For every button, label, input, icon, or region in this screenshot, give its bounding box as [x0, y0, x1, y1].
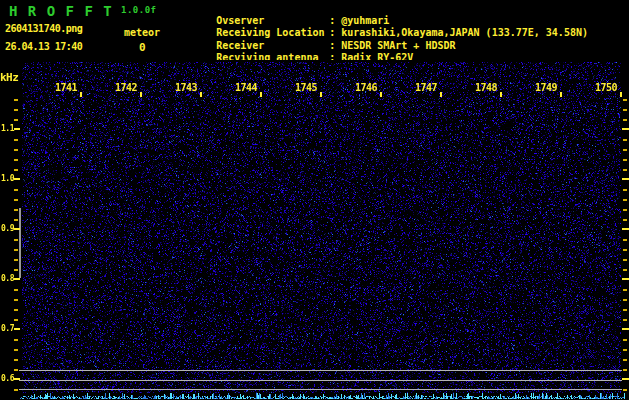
- freq-minor-tick-left: [14, 339, 18, 341]
- freq-minor-tick-left: [14, 289, 18, 291]
- info-label: Receiving Location: [216, 27, 329, 40]
- info-label: Receiver: [216, 40, 329, 53]
- freq-minor-tick-right: [623, 319, 627, 321]
- freq-major-tick-left: [14, 378, 20, 380]
- time-tick: [320, 92, 322, 97]
- spectrogram-canvas: [0, 60, 629, 400]
- freq-minor-tick-left: [14, 219, 18, 221]
- freq-minor-tick-left: [14, 119, 18, 121]
- freq-minor-tick-right: [623, 249, 627, 251]
- freq-minor-tick-left: [14, 249, 18, 251]
- freq-minor-tick-left: [14, 389, 18, 391]
- info-separator: :: [329, 27, 341, 40]
- freq-tick-label: 0.8: [0, 274, 14, 284]
- freq-minor-tick-left: [14, 369, 18, 371]
- time-tick: [260, 92, 262, 97]
- freq-minor-tick-right: [623, 99, 627, 101]
- freq-minor-tick-left: [14, 319, 18, 321]
- meteor-count-value: 0: [139, 41, 146, 54]
- freq-tick-label: 1.1: [0, 124, 14, 134]
- app-version: 1.0.0f: [121, 5, 157, 15]
- freq-minor-tick-left: [14, 359, 18, 361]
- time-tick-label: 1741: [55, 82, 77, 94]
- time-tick-label: 1743: [175, 82, 197, 94]
- freq-minor-tick-right: [623, 159, 627, 161]
- time-tick-label: 1745: [295, 82, 317, 94]
- freq-minor-tick-right: [623, 309, 627, 311]
- time-tick: [380, 92, 382, 97]
- freq-major-tick-left: [14, 128, 20, 130]
- freq-minor-tick-right: [623, 139, 627, 141]
- freq-major-tick-left: [14, 178, 20, 180]
- freq-minor-tick-left: [14, 139, 18, 141]
- freq-tick-label: 0.7: [0, 324, 14, 334]
- info-row-observer: Ovserver:@yuhmari: [180, 2, 588, 15]
- freq-minor-tick-left: [14, 109, 18, 111]
- time-tick-label: 1744: [235, 82, 257, 94]
- time-tick: [140, 92, 142, 97]
- freq-minor-tick-right: [623, 349, 627, 351]
- freq-tick-label: 0.6: [0, 374, 14, 384]
- app-title: H R O F F T: [9, 3, 113, 19]
- freq-minor-tick-right: [623, 339, 627, 341]
- freq-minor-tick-right: [623, 259, 627, 261]
- freq-minor-tick-left: [14, 349, 18, 351]
- time-tick: [500, 92, 502, 97]
- info-value: NESDR SMArt + HDSDR: [341, 40, 455, 51]
- time-tick-label: 1746: [355, 82, 377, 94]
- freq-major-tick-left: [14, 328, 20, 330]
- output-filename: 2604131740.png: [5, 23, 82, 34]
- freq-minor-tick-left: [14, 159, 18, 161]
- freq-minor-tick-right: [623, 149, 627, 151]
- freq-minor-tick-left: [14, 299, 18, 301]
- info-value: kurashiki,Okayama,JAPAN (133.77E, 34.58N…: [341, 27, 588, 38]
- observer-info-block: Ovserver:@yuhmari Receiving Location:kur…: [180, 2, 588, 52]
- freq-minor-tick-right: [623, 389, 627, 391]
- freq-minor-tick-left: [14, 209, 18, 211]
- info-label: Ovserver: [216, 15, 329, 28]
- freq-minor-tick-left: [14, 199, 18, 201]
- info-separator: :: [329, 40, 341, 53]
- time-tick: [200, 92, 202, 97]
- time-tick: [80, 92, 82, 97]
- observation-datetime: 26.04.13 17:40: [5, 41, 82, 52]
- freq-minor-tick-right: [623, 109, 627, 111]
- freq-minor-tick-right: [623, 219, 627, 221]
- freq-minor-tick-right: [623, 119, 627, 121]
- freq-axis-unit-label: kHz: [0, 71, 18, 84]
- freq-major-tick-left: [14, 278, 20, 280]
- time-tick: [560, 92, 562, 97]
- freq-minor-tick-right: [623, 169, 627, 171]
- freq-minor-tick-right: [623, 369, 627, 371]
- freq-minor-tick-left: [14, 269, 18, 271]
- freq-minor-tick-left: [14, 309, 18, 311]
- time-tick-label: 1749: [535, 82, 557, 94]
- info-separator: :: [329, 15, 341, 28]
- freq-major-tick-right: [622, 228, 629, 230]
- time-tick-label: 1742: [115, 82, 137, 94]
- freq-minor-tick-right: [623, 209, 627, 211]
- freq-minor-tick-right: [623, 359, 627, 361]
- time-tick-label: 1750: [595, 82, 617, 94]
- freq-minor-tick-left: [14, 149, 18, 151]
- freq-minor-tick-left: [14, 239, 18, 241]
- time-tick-label: 1748: [475, 82, 497, 94]
- meteor-count-label: meteor: [124, 27, 160, 38]
- time-tick: [620, 92, 622, 97]
- freq-tick-label: 0.9: [0, 224, 14, 234]
- hrofft-window: H R O F F T 1.0.0f 2604131740.png meteor…: [0, 0, 629, 400]
- freq-major-tick-right: [622, 178, 629, 180]
- freq-minor-tick-left: [14, 99, 18, 101]
- freq-minor-tick-right: [623, 299, 627, 301]
- freq-minor-tick-left: [14, 169, 18, 171]
- freq-minor-tick-right: [623, 199, 627, 201]
- freq-major-tick-left: [14, 228, 20, 230]
- freq-major-tick-right: [622, 128, 629, 130]
- freq-major-tick-right: [622, 278, 629, 280]
- time-tick: [440, 92, 442, 97]
- freq-minor-tick-left: [14, 259, 18, 261]
- info-value: @yuhmari: [341, 15, 389, 26]
- freq-major-tick-right: [622, 328, 629, 330]
- freq-minor-tick-left: [14, 189, 18, 191]
- freq-tick-label: 1.0: [0, 174, 14, 184]
